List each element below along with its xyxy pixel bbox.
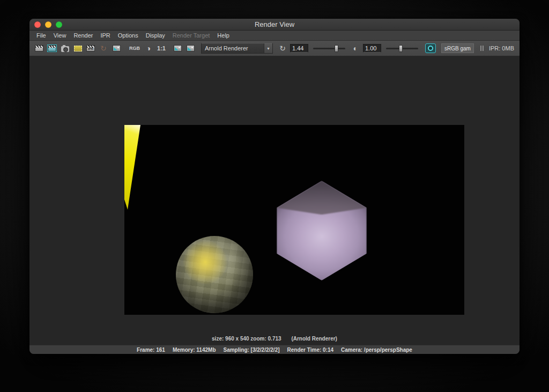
save-image-button[interactable] — [172, 42, 183, 54]
faceted-sphere-render — [176, 236, 253, 313]
contrast-icon: ◐ — [353, 45, 358, 52]
title-bar[interactable]: Render View — [29, 19, 520, 31]
gamma-slider[interactable] — [386, 48, 418, 49]
alpha-channel-button[interactable]: ◑ — [143, 42, 154, 54]
pause-ipr-button[interactable] — [480, 46, 484, 51]
yellow-object-sliver — [124, 125, 140, 210]
status-bar: Frame: 161 Memory: 1142Mb Sampling: [3/2… — [29, 345, 520, 354]
ipr-memory-label: IPR: 0MB — [489, 45, 514, 51]
remove-image-button[interactable] — [185, 42, 196, 54]
render-slate-icon — [35, 45, 43, 51]
render-info-line: size: 960 x 540 zoom: 0.713 (Arnold Rend… — [29, 336, 520, 342]
window-title: Render View — [255, 20, 294, 28]
menu-view[interactable]: View — [50, 31, 70, 41]
render-time-label: Render Time: 0:14 — [287, 347, 334, 353]
frame-label: Frame: 161 — [137, 347, 165, 353]
alpha-channel-icon: ◑ — [146, 45, 151, 52]
camera-icon — [61, 46, 69, 52]
renderer-note-label: (Arnold Renderer) — [291, 336, 337, 342]
exposure-field[interactable] — [290, 44, 308, 53]
refresh-render-icon: ↻ — [279, 45, 286, 52]
gamma-slider-handle[interactable] — [399, 45, 403, 52]
memory-label: Memory: 1142Mb — [173, 347, 216, 353]
exposure-slider[interactable] — [313, 48, 345, 49]
pause-icon — [480, 46, 481, 51]
gamma-toggle-button[interactable]: ◐ — [350, 42, 361, 54]
refresh-ipr-icon: ↻ — [100, 45, 107, 52]
render-viewport[interactable]: size: 960 x 540 zoom: 0.713 (Arnold Rend… — [29, 56, 520, 345]
renderer-dropdown-label: Arnold Renderer — [202, 45, 264, 51]
menu-help[interactable]: Help — [213, 31, 233, 41]
renderer-dropdown[interactable]: Arnold Renderer ▼ — [201, 43, 273, 54]
ipr-slate-icon: IPR — [86, 45, 95, 51]
refresh-render-button[interactable]: ↻ — [277, 42, 288, 54]
colorspace-dropdown[interactable]: sRGB gam — [441, 43, 474, 53]
ipr-render-button[interactable]: IPR — [85, 42, 96, 54]
purple-cube-render — [277, 181, 367, 280]
menu-display[interactable]: Display — [142, 31, 169, 41]
keep-image-icon — [113, 45, 121, 51]
menu-render-target: Render Target — [169, 31, 214, 41]
gamma-field[interactable] — [363, 44, 381, 53]
menu-options[interactable]: Options — [114, 31, 142, 41]
size-zoom-label: size: 960 x 540 zoom: 0.713 — [212, 336, 281, 342]
rgb-channels-button[interactable]: RGB — [128, 42, 141, 54]
zoom-button[interactable] — [56, 21, 62, 28]
pause-icon — [483, 46, 484, 51]
refresh-ipr-button[interactable]: ↻ — [98, 42, 109, 54]
real-size-label: 1:1 — [156, 45, 167, 51]
render-view-window: Render View File View Render IPR Options… — [29, 19, 520, 354]
remove-image-icon — [187, 45, 195, 51]
open-render-view-button[interactable] — [47, 42, 57, 54]
render-view-icon — [48, 45, 56, 51]
rendered-image[interactable] — [124, 125, 464, 315]
render-region-button[interactable] — [72, 42, 83, 54]
ipr-badge-label: IPR — [87, 47, 94, 51]
render-region-icon — [74, 46, 82, 51]
redo-previous-render-button[interactable] — [34, 42, 44, 54]
menu-ipr[interactable]: IPR — [97, 31, 114, 41]
window-controls — [34, 19, 62, 30]
minimize-button[interactable] — [45, 21, 51, 28]
menu-render[interactable]: Render — [70, 31, 97, 41]
camera-label: Camera: /persp/perspShape — [341, 347, 412, 353]
real-size-button[interactable]: 1:1 — [156, 42, 167, 54]
rgb-label: RGB — [128, 46, 141, 51]
snapshot-button[interactable] — [60, 42, 70, 54]
color-management-button[interactable] — [425, 43, 436, 53]
exposure-slider-handle[interactable] — [335, 45, 338, 52]
chevron-down-icon: ▼ — [264, 43, 272, 53]
close-button[interactable] — [34, 21, 41, 28]
save-image-icon — [174, 45, 182, 51]
sampling-label: Sampling: [3/2/2/2/2/2] — [224, 347, 280, 353]
toolbar: IPR ↻ RGB ◑ 1:1 Arnold Renderer ▼ ↻ ◐ sR… — [29, 41, 520, 56]
menu-file[interactable]: File — [33, 31, 50, 41]
menu-bar: File View Render IPR Options Display Ren… — [29, 31, 520, 41]
color-management-icon — [428, 46, 433, 51]
keep-image-button[interactable] — [111, 42, 122, 54]
